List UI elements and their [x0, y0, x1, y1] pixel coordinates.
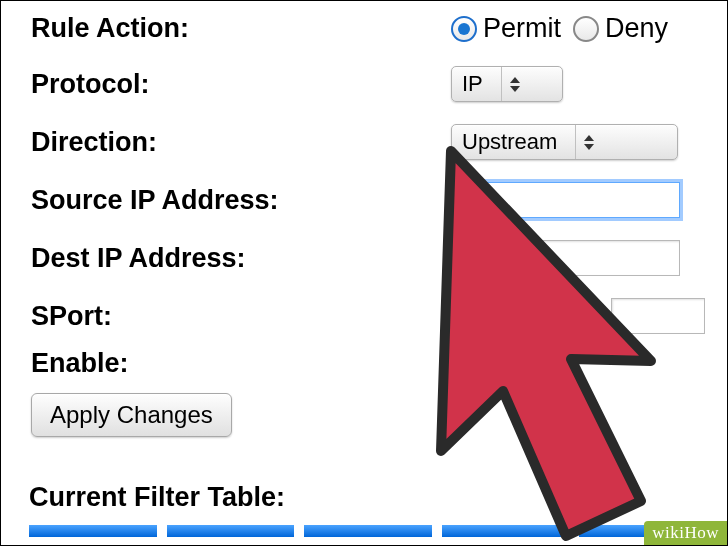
- label-rule-action: Rule Action:: [31, 13, 451, 44]
- label-dest-ip: Dest IP Address:: [31, 243, 451, 274]
- label-enable: Enable:: [31, 348, 451, 379]
- table-header-segment: [167, 525, 295, 537]
- updown-stepper-icon: [501, 67, 520, 101]
- label-source-ip: Source IP Address:: [31, 185, 451, 216]
- row-sport: SPort:: [31, 298, 727, 334]
- filter-table-header-bar: [29, 525, 707, 537]
- row-rule-action: Rule Action: Permit Deny: [31, 13, 727, 44]
- table-header-segment: [304, 525, 432, 537]
- select-direction[interactable]: Upstream: [451, 124, 678, 160]
- select-protocol[interactable]: IP: [451, 66, 563, 102]
- filter-rule-form: Rule Action: Permit Deny Protocol: IP D: [31, 1, 727, 459]
- label-direction: Direction:: [31, 127, 451, 158]
- radio-circle-icon: [573, 16, 599, 42]
- radio-permit-label: Permit: [483, 13, 561, 44]
- radio-deny-label: Deny: [605, 13, 668, 44]
- radio-deny[interactable]: Deny: [573, 13, 668, 44]
- input-sport[interactable]: [611, 298, 705, 334]
- input-dest-ip[interactable]: [451, 240, 680, 276]
- label-protocol: Protocol:: [31, 69, 451, 100]
- table-header-segment: [442, 525, 570, 537]
- wikihow-watermark: wikiHow: [644, 521, 727, 545]
- select-direction-value: Upstream: [462, 129, 575, 155]
- row-direction: Direction: Upstream: [31, 124, 727, 160]
- updown-stepper-icon: [575, 125, 594, 159]
- label-sport: SPort:: [31, 301, 451, 332]
- rule-action-radios: Permit Deny: [451, 13, 680, 44]
- router-filter-form-screenshot: { "rule_action": { "label": "Rule Action…: [0, 0, 728, 546]
- row-apply: Apply Changes: [31, 393, 727, 437]
- radio-circle-icon: [451, 16, 477, 42]
- current-filter-table-heading: Current Filter Table:: [29, 482, 285, 513]
- select-protocol-value: IP: [462, 71, 501, 97]
- input-source-ip[interactable]: [451, 182, 680, 218]
- table-header-segment: [29, 525, 157, 537]
- row-protocol: Protocol: IP: [31, 66, 727, 102]
- radio-permit[interactable]: Permit: [451, 13, 561, 44]
- apply-changes-button[interactable]: Apply Changes: [31, 393, 232, 437]
- row-dest-ip: Dest IP Address:: [31, 240, 727, 276]
- row-source-ip: Source IP Address:: [31, 182, 727, 218]
- row-enable: Enable:: [31, 348, 727, 379]
